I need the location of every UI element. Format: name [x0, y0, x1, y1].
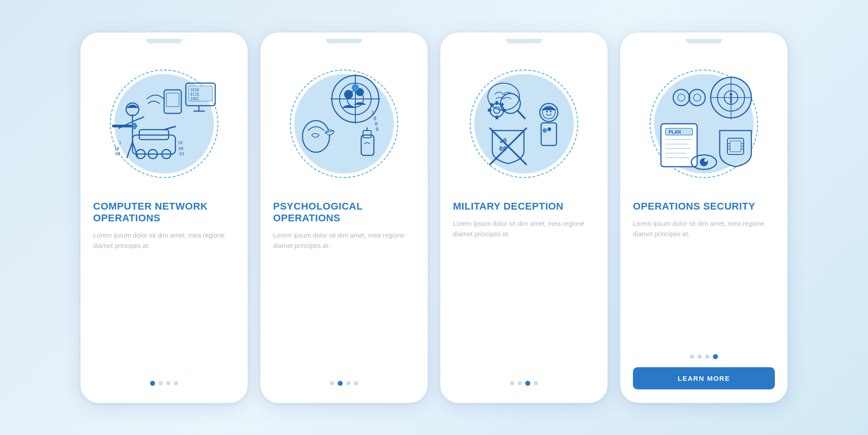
svg-rect-76 [730, 141, 741, 152]
svg-text:1010: 1010 [190, 88, 199, 92]
svg-point-94 [673, 89, 689, 106]
dot-active [525, 381, 530, 386]
svg-point-67 [550, 111, 552, 112]
learn-more-button[interactable]: LEARN MORE [633, 367, 775, 389]
svg-rect-62 [541, 123, 557, 145]
svg-text:10: 10 [114, 146, 119, 151]
dot [330, 381, 334, 385]
svg-point-73 [730, 93, 732, 96]
card-military-deception: 10 00 [440, 33, 608, 403]
dot-active [150, 381, 155, 386]
card-2-body: Lorem ipsum dolor sit dim amet, mea regi… [273, 230, 415, 372]
military-deception-icon: 10 00 [465, 65, 583, 182]
svg-point-92 [700, 158, 708, 166]
computer-network-icon: 1010 0110 1001 1 10 00 10 00 01 [105, 65, 223, 182]
svg-text:01: 01 [179, 152, 184, 156]
dot [346, 381, 350, 385]
svg-rect-9 [166, 93, 179, 107]
dot [174, 381, 178, 385]
svg-point-95 [678, 94, 685, 101]
cards-container: 1010 0110 1001 1 10 00 10 00 01 [62, 14, 806, 421]
svg-point-37 [302, 121, 330, 152]
card-operations-security: PLAN [620, 33, 788, 403]
phone-notch-3 [506, 39, 542, 43]
svg-text:0110: 0110 [190, 93, 199, 97]
card-2-title: PSYCHOLOGICAL OPERATIONS [273, 201, 415, 225]
svg-line-6 [127, 142, 132, 158]
illustration-area-3: 10 00 [453, 51, 595, 196]
dot [518, 381, 522, 385]
card-2-dots [273, 381, 415, 386]
dot [159, 381, 163, 385]
card-1-body: Lorem ipsum dolor sit dim amet, mea regi… [93, 230, 235, 372]
card-3-dots [453, 381, 595, 386]
svg-rect-5 [132, 123, 136, 129]
svg-point-93 [704, 159, 707, 162]
svg-point-63 [542, 128, 547, 133]
svg-rect-54 [488, 109, 491, 112]
card-4-body: Lorem ipsum dolor sit dim amet, mea regi… [633, 219, 775, 346]
svg-rect-40 [363, 131, 371, 138]
svg-point-36 [352, 84, 359, 91]
svg-point-97 [693, 94, 701, 101]
svg-line-7 [132, 142, 138, 158]
svg-rect-51 [495, 101, 498, 105]
svg-text:1001: 1001 [190, 97, 199, 101]
card-1-title: COMPUTER NETWORK OPERATIONS [93, 201, 235, 225]
card-3-title: MILITARY DECEPTION [453, 201, 595, 212]
svg-text:10: 10 [178, 140, 183, 145]
phone-notch-2 [326, 39, 362, 43]
illustration-area-4: PLAN [633, 51, 775, 196]
card-psychological-operations: 1 0 0 0 PSYCHOLOGICAL OPERATIONS Lorem i… [260, 33, 428, 403]
svg-line-48 [518, 111, 525, 118]
operations-security-icon: PLAN [645, 65, 763, 182]
svg-text:0: 0 [376, 126, 379, 132]
svg-text:00: 00 [179, 146, 184, 151]
card-3-body: Lorem ipsum dolor sit dim amet, mea regi… [453, 219, 595, 373]
svg-point-34 [344, 90, 353, 99]
svg-point-96 [689, 89, 705, 106]
svg-rect-52 [495, 116, 498, 119]
dot [166, 381, 170, 385]
illustration-area-2: 1 0 0 0 [273, 51, 415, 196]
phone-notch-1 [146, 39, 182, 43]
svg-point-66 [546, 111, 548, 112]
svg-line-3 [132, 117, 144, 122]
dot [534, 381, 538, 385]
svg-text:1: 1 [119, 140, 121, 145]
phone-notch-4 [686, 39, 722, 43]
dot [690, 355, 694, 359]
svg-point-64 [547, 127, 551, 131]
illustration-area-1: 1010 0110 1001 1 10 00 10 00 01 [93, 51, 235, 196]
card-4-dots [633, 354, 775, 359]
psychological-operations-icon: 1 0 0 0 [285, 65, 403, 182]
dot-active [713, 354, 718, 359]
dot [705, 355, 709, 359]
dot [698, 355, 702, 359]
card-1-dots [93, 381, 235, 386]
card-computer-network-operations: 1010 0110 1001 1 10 00 10 00 01 [80, 33, 248, 403]
dot-active [338, 381, 343, 386]
dot [510, 381, 514, 385]
dot [354, 381, 358, 385]
svg-text:00: 00 [115, 152, 120, 156]
svg-line-19 [164, 126, 175, 130]
svg-rect-53 [502, 109, 506, 112]
card-4-title: OPERATIONS SECURITY [633, 201, 775, 212]
svg-text:PLAN: PLAN [669, 130, 681, 135]
